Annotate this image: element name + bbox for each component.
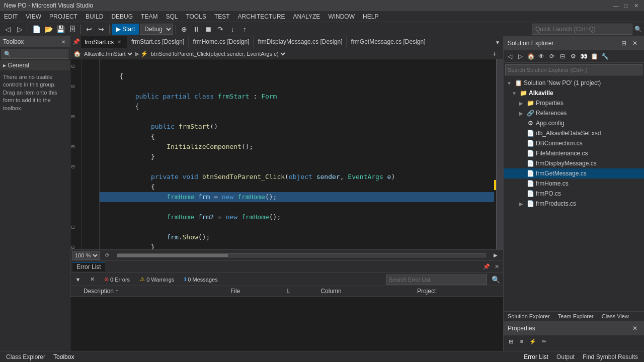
tab-frmgetmessage-design[interactable]: frmGetMessage.cs [Design] <box>347 36 430 48</box>
tree-item-dataset[interactable]: 📄 db_AlkavilleDataSet.xsd <box>504 128 644 138</box>
forward-button[interactable]: ▷ <box>14 24 25 35</box>
sol-toolbar-refresh[interactable]: ⟳ <box>547 51 557 61</box>
sol-toolbar-new-solution[interactable]: 📋 <box>589 51 599 61</box>
scroll-right-button[interactable]: ▶ <box>490 250 501 261</box>
zoom-select[interactable]: 100 % <box>72 251 100 260</box>
tree-item-references[interactable]: ▶ 🔗 References <box>504 108 644 118</box>
error-warnings-count[interactable]: ⚠ 0 Warnings <box>136 275 178 284</box>
close-button[interactable]: ✕ <box>632 2 640 10</box>
tab-frmdisplay-design[interactable]: frmDisplayMessage.cs [Design] <box>254 36 347 48</box>
menu-item-edit[interactable]: EDIT <box>0 11 22 22</box>
solution-collapse-btn[interactable]: ⊟ <box>619 38 629 48</box>
tab-frmstart-design[interactable]: frmStart.cs [Design] <box>127 36 189 48</box>
properties-grid-btn[interactable]: ⊞ <box>506 336 516 346</box>
toolbox-close-btn[interactable]: ✕ <box>60 38 67 45</box>
tree-item-properties[interactable]: ▶ 📁 Properties <box>504 98 644 108</box>
step-into-button[interactable]: ↓ <box>227 24 238 35</box>
save-button[interactable]: 💾 <box>55 24 66 35</box>
tree-item-frmgetmessage[interactable]: 📄 frmGetMessage.cs <box>504 168 644 178</box>
tree-item-frmhome[interactable]: 📄 frmHome.cs <box>504 178 644 189</box>
tree-expand-solution[interactable]: ▼ <box>506 79 513 86</box>
properties-close-btn[interactable]: ✕ <box>630 323 640 333</box>
menu-item-tools[interactable]: TOOLS <box>182 11 210 22</box>
error-col-line[interactable]: L <box>284 286 317 297</box>
error-filter-button[interactable]: ▼ <box>72 274 84 285</box>
error-clear-button[interactable]: ✕ <box>87 274 98 285</box>
error-list-tab[interactable]: Error List <box>72 262 105 272</box>
redo-button[interactable]: ↪ <box>96 24 107 35</box>
sol-toolbar-home[interactable]: 🏠 <box>526 51 536 61</box>
undo-button[interactable]: ↩ <box>84 24 95 35</box>
bottom-tab-class-explorer[interactable]: Class Explorer <box>2 352 49 361</box>
save-all-button[interactable]: 🗄 <box>67 24 78 35</box>
error-panel-close-button[interactable]: ✕ <box>492 262 501 272</box>
attach-button[interactable]: ⊕ <box>179 24 190 35</box>
back-button[interactable]: ◁ <box>2 24 13 35</box>
error-errors-count[interactable]: ⊗ 0 Errors <box>101 275 133 284</box>
breadcrumb-method-select[interactable]: btnSendToParent_Click(object sender, Eve… <box>149 49 287 59</box>
scrollbar-horizontal[interactable] <box>117 253 486 257</box>
bottom-tab-output[interactable]: Output <box>552 352 579 361</box>
tree-expand-frmproducts[interactable]: ▶ <box>518 200 525 207</box>
tree-expand-references[interactable]: ▶ <box>518 110 525 117</box>
error-search-input[interactable] <box>386 275 487 285</box>
tab-frmstart-close[interactable]: ✕ <box>116 39 123 46</box>
error-col-column[interactable]: Column <box>317 286 414 297</box>
open-button[interactable]: 📂 <box>43 24 54 35</box>
tab-frmStart-cs-pin[interactable]: 📌 <box>70 36 80 48</box>
step-over-button[interactable]: ↷ <box>215 24 226 35</box>
tree-expand-properties[interactable]: ▶ <box>518 100 525 107</box>
breadcrumb-namespace-select[interactable]: Alkaville.frmStart <box>82 49 134 59</box>
sol-toolbar-collapse-all[interactable]: ⊟ <box>557 51 568 61</box>
properties-edit-btn[interactable]: ✏ <box>539 336 549 346</box>
debug-dropdown[interactable]: Debug <box>140 24 173 35</box>
menu-item-team[interactable]: TEAM <box>137 11 162 22</box>
sol-toolbar-preview[interactable]: 👀 <box>579 51 589 61</box>
toolbox-search-input[interactable] <box>2 49 68 59</box>
properties-list-btn[interactable]: ≡ <box>517 336 527 346</box>
bottom-tab-toolbox[interactable]: Toolbox <box>49 352 78 361</box>
error-panel-pin-button[interactable]: 📌 <box>482 262 491 272</box>
tree-expand-project[interactable]: ▼ <box>511 89 518 97</box>
solution-search-input[interactable] <box>505 64 642 75</box>
maximize-button[interactable]: □ <box>622 2 630 10</box>
tab-frmstart-cs[interactable]: frmStart.cs ✕ <box>80 36 127 48</box>
error-col-description[interactable]: Description ↑ <box>80 286 227 297</box>
sol-footer-tab-class[interactable]: Class View <box>598 312 633 321</box>
tree-item-solution[interactable]: ▼ 📋 Solution 'New PO' (1 project) <box>504 78 644 88</box>
tree-item-dbconnection[interactable]: 📄 DBConnection.cs <box>504 138 644 148</box>
sol-toolbar-forward[interactable]: ▷ <box>515 51 525 61</box>
break-all-button[interactable]: ⏸ <box>191 24 202 35</box>
stop-button[interactable]: ⏹ <box>203 24 214 35</box>
tree-item-frmproducts[interactable]: ▶ 📄 frmProducts.cs <box>504 199 644 209</box>
bottom-tab-error-list[interactable]: Error List <box>520 352 552 361</box>
sol-toolbar-show-all[interactable]: 👁 <box>536 51 546 61</box>
code-content[interactable]: { public partial class frmStart : Form {… <box>100 59 494 249</box>
tab-list-button[interactable]: ▼ <box>492 37 503 48</box>
tree-item-appconfig[interactable]: ⚙ App.config <box>504 118 644 128</box>
menu-item-analyze[interactable]: ANALYZE <box>289 11 325 22</box>
menu-item-window[interactable]: WINDOW <box>324 11 359 22</box>
menu-item-build[interactable]: BUILD <box>82 11 107 22</box>
menu-item-view[interactable]: VIEW <box>22 11 45 22</box>
menu-item-test[interactable]: TEST <box>210 11 234 22</box>
sol-footer-tab-solution[interactable]: Solution Explorer <box>504 312 554 321</box>
tree-item-filemaintenance[interactable]: 📄 FileMaintenance.cs <box>504 148 644 158</box>
tree-item-frmdisplay[interactable]: 📄 frmDisplayMessage.cs <box>504 158 644 168</box>
minimize-button[interactable]: — <box>612 2 620 10</box>
menu-item-debug[interactable]: DEBUG <box>107 11 137 22</box>
expand-code-button[interactable]: + <box>489 48 500 59</box>
error-messages-count[interactable]: ℹ 0 Messages <box>181 275 221 284</box>
menu-item-sql[interactable]: SQL <box>162 11 182 22</box>
bottom-tab-find-symbol[interactable]: Find Symbol Results <box>579 352 642 361</box>
error-col-file[interactable]: File <box>227 286 284 297</box>
error-search-btn[interactable]: 🔍 <box>490 274 501 285</box>
sol-toolbar-filter[interactable]: 🔧 <box>600 51 610 61</box>
step-out-button[interactable]: ↑ <box>239 24 250 35</box>
editor-scrollbar[interactable] <box>496 59 503 249</box>
menu-item-help[interactable]: HELP <box>359 11 382 22</box>
tab-frmhome-design[interactable]: frmHome.cs [Design] <box>189 36 254 48</box>
properties-events-btn[interactable]: ⚡ <box>528 336 538 346</box>
tree-item-frmpo[interactable]: 📄 frmPO.cs <box>504 189 644 199</box>
menu-item-project[interactable]: PROJECT <box>45 11 82 22</box>
